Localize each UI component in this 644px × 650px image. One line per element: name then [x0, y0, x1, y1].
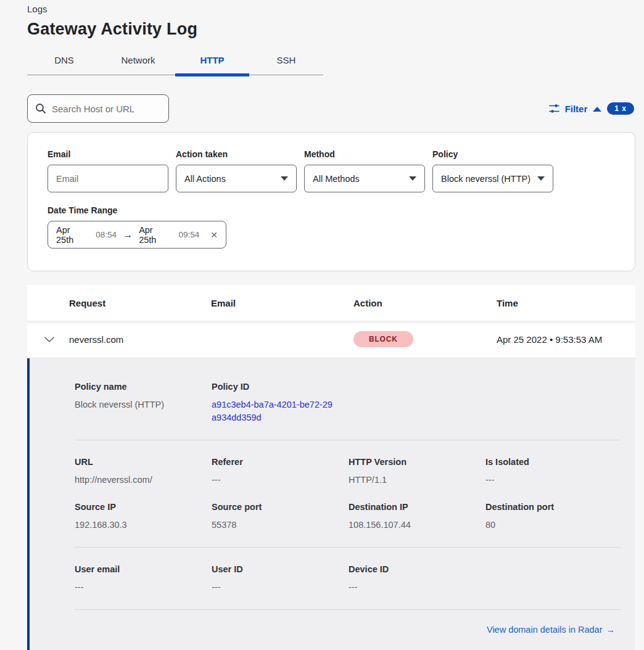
- chevron-up-icon[interactable]: [593, 107, 601, 112]
- email-field[interactable]: [47, 165, 168, 192]
- user-section: User email --- User ID --- Device ID ---: [75, 548, 621, 609]
- email-input[interactable]: [56, 174, 160, 184]
- start-date[interactable]: Apr 25th: [56, 225, 89, 245]
- row-time: Apr 25 2022 • 9:53:53 AM: [497, 334, 635, 345]
- detail-destination-port: Destination port 80: [485, 502, 622, 532]
- filter-label: Filter: [565, 104, 588, 114]
- search-icon: [35, 103, 46, 114]
- page-content: Logs Gateway Activity Log DNS Network HT…: [0, 0, 644, 650]
- view-radar-link[interactable]: View domain details in Radar →: [487, 625, 615, 635]
- chevron-down-icon: [409, 176, 416, 181]
- tab-ssh[interactable]: SSH: [249, 49, 323, 75]
- policy-field-label: Policy: [432, 149, 553, 159]
- block-status-badge: BLOCK: [353, 331, 413, 347]
- arrow-right-icon: →: [123, 229, 133, 241]
- detail-policy-name: Policy name Block neverssl (HTTP): [75, 382, 212, 424]
- method-field-label: Method: [304, 149, 425, 159]
- method-select[interactable]: All Methods: [304, 165, 425, 192]
- activity-log-table: Request Email Action Time neverssl.com B…: [27, 285, 635, 650]
- filter-count-badge[interactable]: 1 x: [607, 102, 634, 115]
- chevron-down-icon: [281, 176, 288, 181]
- row-request: neverssl.com: [69, 334, 211, 345]
- detail-referer: Referer ---: [212, 457, 349, 487]
- row-action: BLOCK: [353, 331, 497, 347]
- detail-device-id: Device ID ---: [349, 564, 485, 594]
- detail-policy-id: Policy ID a91c3eb4-ba7a-4201-be72-29a934…: [212, 382, 349, 424]
- filter-field-daterange: Date Time Range Apr 25th 08:54 → Apr 25t…: [47, 205, 615, 249]
- breadcrumb[interactable]: Logs: [27, 4, 635, 14]
- end-date[interactable]: Apr 25th: [139, 225, 172, 245]
- tab-dns[interactable]: DNS: [27, 49, 101, 75]
- page-title: Gateway Activity Log: [27, 20, 635, 39]
- tab-network[interactable]: Network: [101, 49, 175, 75]
- action-field-label: Action taken: [176, 149, 297, 159]
- email-field-label: Email: [47, 149, 168, 159]
- action-select-value: All Actions: [184, 174, 226, 184]
- filter-field-email: Email: [47, 149, 168, 192]
- detail-user-email: User email ---: [75, 564, 212, 594]
- expanded-row-wrapper: neverssl.com BLOCK Apr 25 2022 • 9:53:53…: [27, 321, 635, 650]
- detail-is-isolated: Is Isolated ---: [485, 457, 622, 487]
- toolbar: Filter 1 x: [27, 94, 635, 123]
- end-time[interactable]: 09:54: [178, 230, 199, 239]
- col-header-email: Email: [211, 298, 353, 308]
- clear-daterange-icon[interactable]: ✕: [210, 230, 218, 240]
- request-section: URL http://neverssl.com/ Referer --- HTT…: [75, 440, 621, 502]
- detail-http-version: HTTP Version HTTP/1.1: [349, 457, 485, 487]
- filter-field-method: Method All Methods: [304, 149, 425, 192]
- daterange-field-label: Date Time Range: [47, 205, 615, 215]
- policy-id-link[interactable]: a91c3eb4-ba7a-4201-be72-29a934dd359d: [212, 398, 332, 424]
- policy-select[interactable]: Block neverssl (HTTP): [432, 165, 553, 192]
- method-select-value: All Methods: [313, 174, 360, 184]
- arrow-right-icon: →: [606, 625, 616, 635]
- tab-http[interactable]: HTTP: [175, 49, 249, 75]
- col-header-request: Request: [69, 298, 211, 308]
- daterange-picker[interactable]: Apr 25th 08:54 → Apr 25th 09:54 ✕: [47, 221, 226, 249]
- start-time[interactable]: 08:54: [96, 230, 117, 239]
- tab-bar: DNS Network HTTP SSH: [27, 49, 323, 75]
- network-section: Source IP 192.168.30.3 Source port 55378…: [75, 502, 621, 547]
- detail-user-id: User ID ---: [212, 564, 349, 594]
- table-header: Request Email Action Time: [27, 285, 635, 321]
- detail-url: URL http://neverssl.com/: [75, 457, 212, 487]
- action-select[interactable]: All Actions: [176, 165, 297, 192]
- search-input[interactable]: [52, 104, 161, 114]
- detail-source-port: Source port 55378: [212, 502, 349, 532]
- col-header-action: Action: [353, 298, 497, 308]
- row-details-panel: Policy name Block neverssl (HTTP) Policy…: [30, 358, 635, 650]
- detail-source-ip: Source IP 192.168.30.3: [75, 502, 212, 532]
- policy-section: Policy name Block neverssl (HTTP) Policy…: [75, 382, 621, 440]
- table-row[interactable]: neverssl.com BLOCK Apr 25 2022 • 9:53:53…: [27, 321, 635, 358]
- filter-toggle[interactable]: Filter 1 x: [549, 102, 635, 115]
- detail-destination-ip: Destination IP 108.156.107.44: [349, 502, 485, 532]
- filter-field-policy: Policy Block neverssl (HTTP): [432, 149, 553, 192]
- filter-field-action: Action taken All Actions: [176, 149, 297, 192]
- policy-select-value: Block neverssl (HTTP): [441, 174, 530, 184]
- collapse-row-icon[interactable]: [30, 336, 69, 342]
- filter-panel: Email Action taken All Actions Method Al…: [27, 132, 635, 271]
- col-header-time: Time: [497, 298, 635, 308]
- chevron-down-icon: [537, 176, 545, 181]
- search-box[interactable]: [27, 94, 169, 123]
- radar-link-row: View domain details in Radar →: [75, 610, 621, 650]
- filter-sliders-icon: [549, 104, 559, 113]
